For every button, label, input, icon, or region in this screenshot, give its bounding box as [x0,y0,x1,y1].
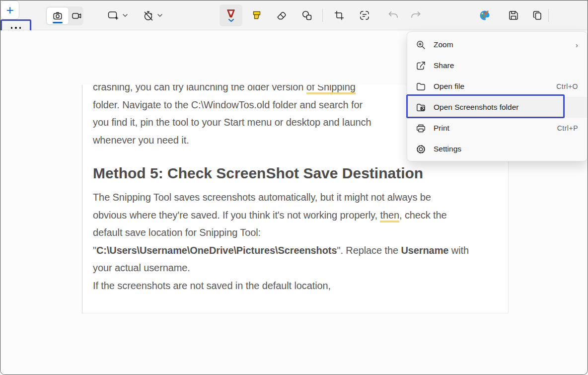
menu-item-share[interactable]: Share [407,55,587,76]
palette-icon [478,9,491,22]
delay-timer-dropdown[interactable] [138,5,167,25]
toolbar-divider [548,9,549,22]
copy-button[interactable] [527,5,547,25]
shapes-icon [301,10,312,21]
video-camera-icon [72,11,82,20]
gear-icon [416,144,426,154]
text-segment: you find it, pin the tool to your Start … [93,117,371,128]
ellipsis-icon [19,27,21,29]
chevron-down-icon [123,14,128,17]
timer-off-icon [143,10,154,21]
toolbar-divider [322,9,323,22]
document-heading: Method 5: Check ScreenShot Save Destinat… [93,163,509,184]
document-line: "C:\Users\Username\OneDrive\Pictures\Scr… [93,242,509,260]
ballpoint-pen-button[interactable] [220,4,242,26]
snipping-tool-window: + [0,0,588,375]
crop-icon [334,10,345,21]
eraser-icon [276,10,287,20]
chevron-down-icon [157,14,162,17]
keyboard-shortcut: Ctrl+P [557,124,578,132]
ellipsis-icon [11,27,13,29]
menu-item-label: Print [434,124,449,133]
text-segment: your actual username. [93,262,190,273]
text-segment: whenever you need it. [93,135,189,146]
menu-item-label: Open file [434,82,464,91]
zoom-in-icon [416,40,426,50]
new-snip-button[interactable]: + [0,0,19,19]
text-segment: " [93,245,96,256]
ellipsis-icon [15,27,17,29]
share-icon [416,61,426,71]
highlighter-button[interactable] [246,5,267,25]
text-segment: ". Replace the [337,245,401,256]
text-segment: Method 5: Check ScreenShot Save Destinat… [93,165,423,181]
document-line: The Snipping Tool saves screenshots auto… [93,189,509,207]
chevron-right-icon: › [576,41,578,49]
save-button[interactable] [504,5,523,25]
text-segment: obvious where they're saved. If you thin… [93,210,380,221]
printer-icon [416,123,426,134]
copy-icon [532,10,543,21]
text-actions-button[interactable] [354,5,375,25]
text-actions-icon [359,10,370,21]
yellow-underlined-text: of Snipping [306,85,356,94]
video-mode-button[interactable] [70,6,83,25]
yellow-underlined-text: then [380,210,399,223]
menu-item-label: Share [434,61,454,70]
undo-button[interactable] [383,5,403,25]
document-line: If the screenshots are not saved in the … [93,277,509,295]
menu-item-label: Zoom [434,40,453,49]
rectangle-snip-icon [107,10,119,20]
camera-icon [53,11,63,21]
screenshots-folder-icon [416,102,426,113]
text-segment: folder. Navigate to the C:\WindowTos.old… [93,99,363,110]
shapes-button[interactable] [296,5,317,25]
highlighter-icon [251,10,262,20]
document-line: your actual username. [93,259,509,277]
redo-button[interactable] [406,5,426,25]
redo-icon [410,10,422,20]
photo-mode-button[interactable] [46,7,69,25]
crop-button[interactable] [329,5,350,25]
menu-item-open-file[interactable]: Open fileCtrl+O [407,76,587,97]
editing-canvas[interactable]: crashing, you can try launching the olde… [0,30,588,375]
bold-text: Username [401,245,448,256]
menu-item-open-screenshots-folder[interactable]: Open Screenshots folder [407,97,587,118]
menu-item-label: Settings [434,145,461,153]
text-segment: , check the [399,210,447,221]
color-palette-button[interactable] [475,5,495,25]
undo-icon [387,10,399,20]
menu-item-label: Open Screenshots folder [434,103,518,112]
document-line: obvious where they're saved. If you thin… [93,207,509,225]
keyboard-shortcut: Ctrl+O [556,82,578,90]
toolbar: + [0,0,588,30]
text-segment: default save location for Snipping Tool: [93,227,261,238]
text-segment: with [448,245,469,256]
capture-mode-switch [46,6,83,25]
folder-icon [416,81,426,92]
snip-shape-dropdown[interactable] [103,5,131,25]
menu-item-zoom[interactable]: Zoom› [407,34,587,55]
text-segment: crashing, you can try launching the olde… [93,85,306,92]
menu-item-print[interactable]: PrintCtrl+P [407,118,587,139]
eraser-button[interactable] [271,5,292,25]
chevron-down-icon [228,19,234,22]
bold-text: C:\Users\Username\OneDrive\Pictures\Scre… [96,245,337,256]
save-icon [508,10,519,21]
text-segment: If the screenshots are not saved in the … [93,280,331,291]
text-segment: The Snipping Tool saves screenshots auto… [93,192,431,203]
more-options-menu: Zoom› Share Open fileCtrl+O Open Screens… [407,31,588,161]
menu-item-settings[interactable]: Settings [407,139,587,159]
document-line: default save location for Snipping Tool: [93,224,509,242]
red-pen-icon [225,9,236,18]
selected-mode-indicator [53,22,63,23]
